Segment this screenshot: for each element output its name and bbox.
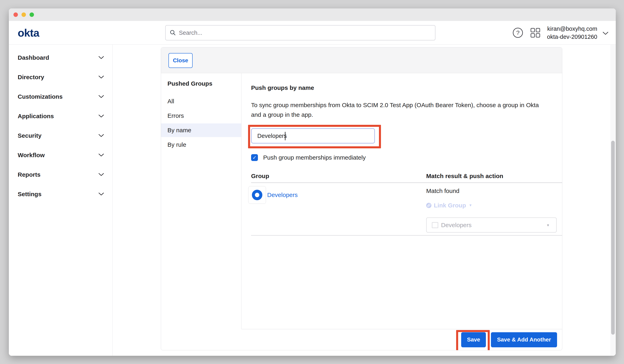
browser-window: okta ? kiran@boxyhq.com okta-dev-209012 (9, 8, 616, 356)
save-button[interactable]: Save (461, 332, 486, 347)
pushed-groups-subnav: Pushed Groups All Errors (161, 73, 241, 329)
push-immediately-label: Push group memberships immediately (263, 154, 366, 161)
content-description: To sync group memberships from Okta to S… (251, 100, 546, 120)
group-search-input[interactable] (251, 128, 375, 144)
save-add-another-button[interactable]: Save & Add Another (491, 332, 557, 347)
chevron-down-icon (99, 76, 104, 79)
scrollbar-track[interactable] (610, 45, 616, 356)
target-group-select[interactable]: Developers ▾ (426, 217, 557, 233)
table-row: Developers Match found Link Group (251, 183, 562, 235)
select-caret-icon: ▾ (547, 223, 549, 228)
close-button[interactable]: Close (168, 53, 193, 68)
sidebar-item-label: Security (18, 132, 41, 139)
sidebar-item-label: Settings (18, 191, 41, 198)
sidebar-item[interactable]: Directory (9, 67, 112, 87)
chevron-down-icon (99, 56, 104, 59)
close-window-icon[interactable] (13, 12, 18, 17)
match-cell: Match found Link Group ▼ (421, 183, 562, 235)
app-header: okta ? kiran@boxyhq.com okta-dev-209012 (9, 21, 616, 45)
target-group-value: Developers (441, 222, 472, 229)
help-icon[interactable]: ? (513, 28, 523, 38)
text-cursor (285, 132, 286, 140)
sidebar-item-label: Dashboard (18, 54, 49, 61)
group-icon (252, 190, 262, 200)
group-cell: Developers (251, 183, 421, 235)
sidebar-item[interactable]: Applications (9, 106, 112, 126)
account-email: kiran@boxyhq.com (547, 25, 597, 33)
sidebar-item[interactable]: Security (9, 126, 112, 145)
subnav-item-label: By name (167, 127, 191, 134)
maximize-window-icon[interactable] (29, 12, 34, 17)
group-icon-card (248, 186, 266, 204)
subnav-item-label: Errors (167, 112, 184, 119)
table-header: Group Match result & push action (251, 172, 562, 183)
match-status: Match found (426, 187, 562, 195)
chevron-down-icon (99, 134, 104, 137)
subnav-item[interactable]: Errors (161, 109, 241, 123)
sidebar-item-label: Directory (18, 74, 44, 80)
search-input[interactable] (179, 29, 431, 36)
okta-logo: okta (18, 26, 39, 39)
subnav-item[interactable]: By name (161, 123, 241, 137)
content-heading: Push groups by name (251, 84, 562, 91)
subnav-item-label: All (167, 98, 174, 105)
chevron-down-icon (99, 154, 104, 157)
subnav-title: Pushed Groups (161, 80, 241, 87)
column-header-group: Group (251, 172, 421, 182)
apps-grid-icon[interactable] (530, 28, 540, 38)
sidebar-item[interactable]: Reports (9, 165, 112, 184)
push-immediately-row: ✓ Push group memberships immediately (251, 153, 562, 162)
subnav-item[interactable]: By rule (161, 138, 241, 152)
sidebar-item-label: Workflow (18, 152, 45, 158)
subnav-item-label: By rule (167, 141, 186, 148)
link-group-label: Link Group (434, 202, 466, 209)
subnav-item[interactable]: All (161, 95, 241, 108)
sidebar-nav: Dashboard Directory Customizations (9, 45, 113, 356)
window-titlebar (9, 8, 616, 21)
push-by-name-content: Push groups by name To sync group member… (241, 73, 562, 329)
sidebar-item-label: Customizations (18, 93, 62, 100)
search-icon (170, 29, 176, 36)
link-group-dropdown[interactable]: Link Group ▼ (426, 202, 562, 209)
sidebar-item-label: Applications (18, 113, 54, 120)
sidebar-item-label: Reports (18, 171, 40, 178)
global-search[interactable] (165, 25, 435, 40)
pushed-groups-panel: Close Pushed Groups All Errors (161, 47, 562, 350)
chevron-down-icon (99, 95, 104, 98)
sidebar-item[interactable]: Workflow (9, 145, 112, 165)
group-name-link[interactable]: Developers (267, 186, 298, 204)
account-chevron-down-icon[interactable] (602, 31, 608, 35)
annotation-box-group-input (248, 125, 381, 148)
panel-footer: Save Save & Add Another (161, 329, 562, 350)
sidebar-item[interactable]: Settings (9, 184, 112, 204)
panel-header: Close (161, 48, 562, 73)
sidebar-item[interactable]: Dashboard (9, 48, 112, 67)
chevron-down-icon (99, 173, 104, 176)
minimize-window-icon[interactable] (22, 12, 26, 17)
account-menu[interactable]: kiran@boxyhq.com okta-dev-20901260 (547, 25, 597, 41)
chevron-down-icon (99, 115, 104, 118)
chevron-down-icon (99, 193, 104, 196)
link-group-caret-icon: ▼ (469, 203, 472, 208)
link-icon (426, 203, 431, 208)
column-header-match: Match result & push action (421, 172, 562, 182)
sidebar-item[interactable]: Customizations (9, 87, 112, 106)
target-group-icon (432, 222, 438, 228)
push-immediately-checkbox[interactable]: ✓ (251, 154, 258, 161)
main-area: Dashboard Directory Customizations (9, 45, 616, 356)
account-org: okta-dev-20901260 (547, 33, 597, 41)
scrollbar-thumb[interactable] (611, 141, 615, 335)
